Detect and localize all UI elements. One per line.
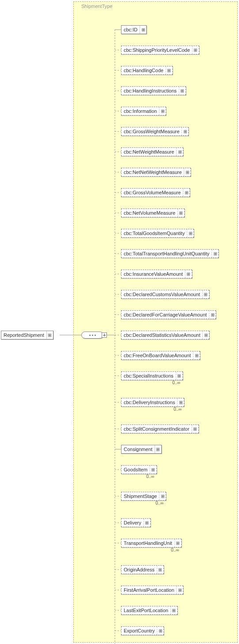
node-child[interactable]: cbc:HandlingInstructions: [121, 86, 186, 95]
node-label: cbc:ID: [121, 26, 140, 34]
node-child[interactable]: cbc:FreeOnBoardValueAmount: [121, 351, 200, 360]
node-child[interactable]: TransportHandlingUnit: [121, 539, 182, 548]
node-child[interactable]: ShipmentStage: [121, 492, 166, 501]
node-label: cbc:NetNetWeightMeasure: [121, 168, 184, 176]
type-group-label: ShipmentType: [81, 4, 112, 9]
node-child[interactable]: cbc:TotalTransportHandlingUnitQuantity: [121, 249, 219, 258]
node-child[interactable]: ExportCountry: [121, 626, 164, 635]
expand-icon[interactable]: [150, 466, 156, 474]
node-label: OriginAddress: [121, 566, 157, 574]
node-reported-shipment[interactable]: ReportedShipment: [1, 331, 53, 339]
node-child[interactable]: cbc:HandlingCode: [121, 66, 173, 75]
expand-icon[interactable]: [193, 46, 199, 54]
expand-icon[interactable]: [159, 492, 166, 500]
node-label: ReportedShipment: [1, 331, 47, 339]
node-label: ExportCountry: [121, 627, 157, 635]
expand-icon[interactable]: [203, 331, 209, 339]
node-label: cbc:GrossWeightMeasure: [121, 127, 182, 135]
schema-diagram: ShipmentType ReportedShipment cbc:IDcbc:…: [0, 0, 239, 644]
sequence-compositor[interactable]: [79, 331, 106, 339]
node-label: cbc:HandlingCode: [121, 66, 166, 74]
node-label: cbc:DeclaredCustomsValueAmount: [121, 290, 203, 298]
node-child[interactable]: GoodsItem: [121, 465, 157, 474]
expand-icon[interactable]: [212, 250, 218, 258]
node-label: cbc:InsuranceValueAmount: [121, 270, 186, 278]
node-child[interactable]: cbc:TotalGoodsItemQuantity: [121, 229, 194, 238]
cardinality-label: 0..∞: [171, 548, 179, 552]
expand-icon[interactable]: [184, 168, 190, 176]
node-child[interactable]: cbc:NetWeightMeasure: [121, 147, 183, 156]
expand-icon[interactable]: [175, 539, 181, 547]
expand-icon[interactable]: [166, 66, 172, 74]
node-label: cbc:ShippingPriorityLevelCode: [121, 46, 193, 54]
expand-icon[interactable]: [177, 148, 183, 156]
node-label: cbc:DeclaredStatisticsValueAmount: [121, 331, 203, 339]
node-label: Delivery: [121, 519, 144, 527]
cardinality-label: 0..∞: [172, 380, 180, 385]
node-child[interactable]: cbc:ID: [121, 25, 147, 34]
node-label: cbc:FreeOnBoardValueAmount: [121, 351, 193, 359]
cardinality-label: 0..∞: [146, 474, 154, 479]
node-label: Consignment: [121, 445, 155, 453]
cardinality-label: 0..∞: [156, 501, 163, 505]
cardinality-label: 0..∞: [174, 407, 182, 412]
node-child[interactable]: cbc:Information: [121, 107, 166, 116]
expand-icon[interactable]: [193, 351, 200, 359]
node-child[interactable]: cbc:DeclaredCustomsValueAmount: [121, 290, 209, 299]
node-label: cbc:GrossVolumeMeasure: [121, 189, 183, 197]
node-label: FirstArrivalPortLocation: [121, 586, 177, 594]
node-label: cbc:NetVolumeMeasure: [121, 209, 178, 217]
node-child[interactable]: cbc:NetNetWeightMeasure: [121, 168, 191, 177]
node-child[interactable]: cbc:DeclaredForCarriageValueAmount: [121, 310, 216, 319]
node-child[interactable]: LastExitPortLocation: [121, 606, 178, 615]
node-child[interactable]: cbc:DeclaredStatisticsValueAmount: [121, 331, 209, 339]
node-child[interactable]: OriginAddress: [121, 565, 164, 574]
node-label: cbc:SpecialInstructions: [121, 372, 176, 380]
expand-icon[interactable]: [140, 26, 146, 34]
node-child[interactable]: cbc:InsuranceValueAmount: [121, 270, 192, 278]
node-label: cbc:SplitConsignmentIndicator: [121, 425, 192, 433]
expand-icon[interactable]: [203, 290, 209, 298]
expand-icon[interactable]: [159, 107, 166, 115]
expand-icon[interactable]: [157, 627, 163, 635]
node-label: cbc:TotalTransportHandlingUnitQuantity: [121, 250, 212, 258]
node-label: GoodsItem: [121, 466, 150, 474]
node-label: cbc:HandlingInstructions: [121, 87, 179, 95]
expand-icon[interactable]: [186, 270, 192, 278]
node-child[interactable]: cbc:ShippingPriorityLevelCode: [121, 46, 199, 54]
expand-icon[interactable]: [157, 566, 163, 574]
node-child[interactable]: Delivery: [121, 518, 151, 527]
node-label: cbc:TotalGoodsItemQuantity: [121, 229, 187, 237]
node-label: ShipmentStage: [121, 492, 159, 500]
expand-icon[interactable]: [47, 331, 53, 339]
expand-icon[interactable]: [176, 372, 182, 380]
expand-icon[interactable]: [178, 209, 184, 217]
node-child[interactable]: cbc:SplitConsignmentIndicator: [121, 424, 199, 433]
node-child[interactable]: cbc:GrossVolumeMeasure: [121, 188, 190, 197]
expand-icon[interactable]: [209, 311, 216, 319]
expand-icon[interactable]: [182, 127, 188, 135]
node-label: cbc:NetWeightMeasure: [121, 148, 177, 156]
node-label: cbc:Information: [121, 107, 159, 115]
expand-icon[interactable]: [155, 445, 161, 453]
node-child[interactable]: FirstArrivalPortLocation: [121, 586, 183, 594]
expand-icon[interactable]: [177, 586, 183, 594]
node-child[interactable]: cbc:GrossWeightMeasure: [121, 127, 189, 136]
expand-icon[interactable]: [192, 425, 198, 433]
expand-icon[interactable]: [187, 229, 193, 237]
expand-icon[interactable]: [171, 606, 177, 614]
node-label: TransportHandlingUnit: [121, 539, 175, 547]
expand-icon[interactable]: [178, 398, 184, 406]
node-label: LastExitPortLocation: [121, 606, 171, 614]
expand-icon[interactable]: [183, 189, 190, 197]
expand-icon[interactable]: [179, 87, 186, 95]
node-child[interactable]: Consignment: [121, 445, 162, 454]
node-label: cbc:DeliveryInstructions: [121, 398, 178, 406]
node-label: cbc:DeclaredForCarriageValueAmount: [121, 311, 209, 319]
expand-icon[interactable]: [144, 519, 150, 527]
node-child[interactable]: cbc:SpecialInstructions: [121, 371, 183, 380]
node-child[interactable]: cbc:NetVolumeMeasure: [121, 208, 185, 217]
expand-icon[interactable]: [102, 332, 107, 338]
node-child[interactable]: cbc:DeliveryInstructions: [121, 398, 184, 407]
